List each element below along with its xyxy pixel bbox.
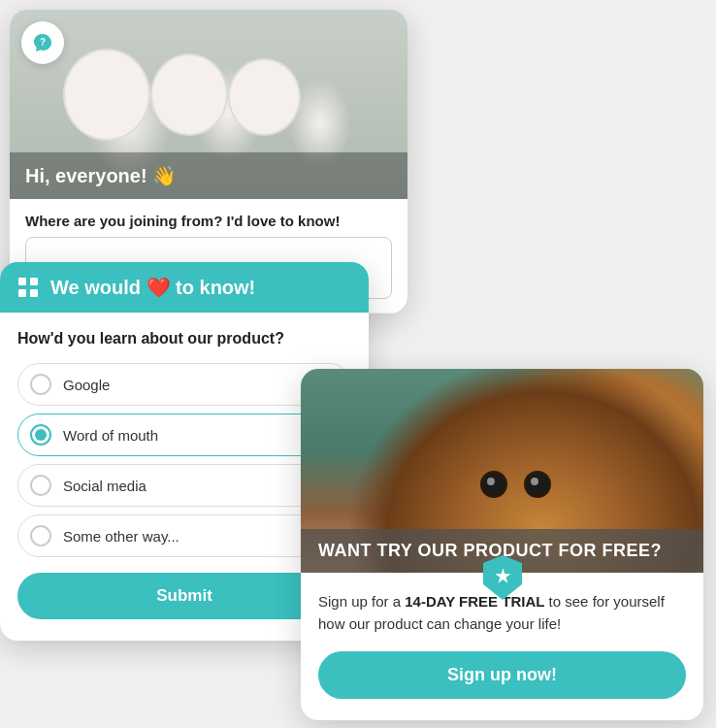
chat-bubble-icon: ?	[21, 21, 64, 64]
poll-option-social-media-label: Social media	[63, 478, 146, 494]
poll-header-title: We would ❤️ to know!	[50, 276, 255, 299]
radio-social-media	[30, 475, 51, 496]
svg-rect-4	[30, 289, 38, 297]
dog-eye-left	[480, 471, 507, 498]
trial-desc-bold: 14-DAY FREE TRIAL	[405, 593, 544, 610]
trial-hero: WANT TRY OUR PRODUCT FOR FREE?	[301, 369, 703, 573]
grid-icon	[17, 277, 39, 298]
sign-up-now-button[interactable]: Sign up now!	[318, 651, 686, 699]
dog-eye-right	[524, 471, 551, 498]
radio-dot	[35, 429, 47, 441]
svg-rect-1	[18, 278, 26, 285]
cat-face-2	[150, 53, 228, 136]
cat-face-3	[228, 58, 301, 136]
radio-word-of-mouth	[30, 424, 51, 446]
svg-text:★: ★	[495, 567, 511, 586]
trial-body: ★ Sign up for a 14-DAY FREE TRIAL to see…	[301, 573, 703, 720]
radio-google	[30, 374, 51, 395]
shield-badge-container: ★	[481, 553, 524, 602]
svg-text:?: ?	[40, 37, 46, 48]
svg-rect-2	[30, 278, 38, 285]
where-question: Where are you joining from? I'd love to …	[25, 213, 392, 229]
radio-other	[30, 525, 51, 546]
survey-hero-image: ? Hi, everyone! 👋	[10, 10, 407, 199]
poll-question: How'd you learn about our product?	[17, 330, 351, 347]
poll-option-google-label: Google	[63, 377, 110, 393]
poll-header: We would ❤️ to know!	[0, 262, 369, 313]
trial-card: WANT TRY OUR PRODUCT FOR FREE? ★ Sign up…	[301, 369, 703, 720]
hero-greeting: Hi, everyone! 👋	[10, 152, 407, 199]
hero-greeting-text: Hi, everyone! 👋	[25, 165, 177, 186]
poll-option-other-label: Some other way...	[63, 528, 179, 545]
cat-face-1	[63, 49, 150, 141]
svg-rect-3	[18, 289, 26, 297]
trial-desc-plain: Sign up for a	[318, 593, 405, 610]
poll-option-word-of-mouth-label: Word of mouth	[63, 427, 158, 444]
